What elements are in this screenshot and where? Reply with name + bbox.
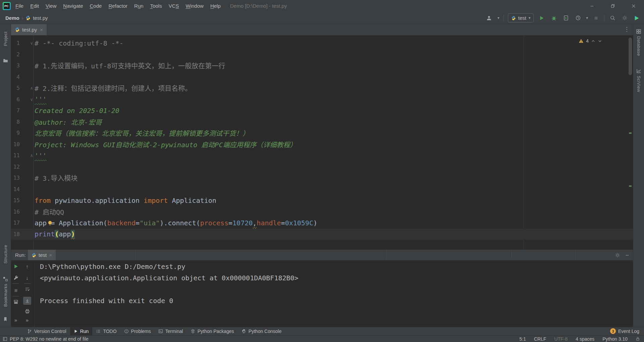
window-restore-button[interactable] xyxy=(602,0,623,12)
expand-toolbar-button[interactable]: » xyxy=(12,316,20,324)
down-the-stack-trace-button[interactable]: ↓ xyxy=(23,274,31,282)
menu-run[interactable]: Run xyxy=(131,0,147,12)
inspections-widget[interactable]: 4 xyxy=(579,38,602,44)
breadcrumb-file[interactable]: test.py xyxy=(33,15,48,21)
event-log-button[interactable]: 3 Event Log xyxy=(610,327,639,335)
indent-style[interactable]: 4 spaces xyxy=(576,336,594,342)
editor-line[interactable]: 11∧''' xyxy=(11,150,633,161)
menu-vcs[interactable]: VCS xyxy=(165,0,182,12)
hide-panel-icon[interactable] xyxy=(625,253,630,258)
lock-icon[interactable] xyxy=(636,337,640,341)
editor-line[interactable]: 12 xyxy=(11,161,633,173)
code-text: from pywinauto.application import Applic… xyxy=(35,196,633,205)
fold-marker-icon[interactable]: ∨ xyxy=(20,41,35,46)
expand-toolbar-button[interactable]: » xyxy=(23,316,31,324)
tab-close-icon[interactable]: × xyxy=(49,252,52,258)
fold-marker-icon[interactable]: ∧ xyxy=(20,86,35,91)
toolwindow-version-control[interactable]: Version Control xyxy=(23,327,70,336)
tool-stripe-sciview[interactable]: SciView xyxy=(633,76,644,92)
breadcrumb: Demo › test.py xyxy=(5,12,48,24)
interpreter[interactable]: Python 3.10 xyxy=(602,336,628,342)
settings-gear-button[interactable] xyxy=(621,14,629,22)
run-settings-wrench-button[interactable] xyxy=(12,274,20,282)
error-stripe-mark[interactable] xyxy=(629,132,632,134)
menu-refactor[interactable]: Refactor xyxy=(105,0,131,12)
toolwindow-todo[interactable]: TODO xyxy=(92,327,120,336)
run-config-select[interactable]: test ▾ xyxy=(508,13,534,22)
line-number: 7 xyxy=(11,107,20,114)
toolwindow-terminal[interactable]: Terminal xyxy=(155,327,187,336)
editor-line[interactable]: 5∧# 2.注释：包括记录创建时间，创建人，项目名称。 xyxy=(11,82,633,94)
editor-line[interactable]: 13# 3.导入模块 xyxy=(11,172,633,184)
toolwindow-python-packages[interactable]: Python Packages xyxy=(187,327,238,336)
run-panel-settings-icon[interactable] xyxy=(615,252,620,258)
intention-bulb-icon[interactable] xyxy=(47,220,53,226)
window-minimize-button[interactable] xyxy=(582,0,602,12)
editor-line[interactable]: 18print(app) xyxy=(11,229,633,240)
scroll-to-end-button[interactable] xyxy=(23,297,31,305)
editor-line[interactable]: 9北京宏哥（微信搜索：北京宏哥，关注宏哥，提前解锁更多测试干货！） xyxy=(11,127,633,139)
soft-wrap-button[interactable] xyxy=(23,285,31,293)
status-message[interactable]: PEP 8: W292 no newline at end of file xyxy=(10,336,89,342)
tool-stripe-structure[interactable]: Structure xyxy=(0,245,11,264)
toolwindow-run[interactable]: Run xyxy=(70,327,93,336)
editor-line[interactable]: 1∨# -*- coding:utf-8 -*- xyxy=(11,38,633,49)
window-close-button[interactable] xyxy=(623,0,644,12)
breadcrumb-project[interactable]: Demo xyxy=(5,15,19,21)
rerun-button[interactable] xyxy=(12,262,20,270)
menu-tools[interactable]: Tools xyxy=(147,0,165,12)
chevron-up-icon[interactable] xyxy=(591,39,595,43)
tab-close-icon[interactable]: × xyxy=(40,27,43,33)
menu-code[interactable]: Code xyxy=(87,0,105,12)
line-number: 18 xyxy=(11,231,20,237)
search-everywhere-button[interactable] xyxy=(608,14,616,22)
code-text: Project: Windows GUI自动化测试-2-pywinauto 启动… xyxy=(35,139,633,149)
code-editor[interactable]: 1∨# -*- coding:utf-8 -*-23# 1.先设置编码，utf-… xyxy=(11,36,633,249)
print-button[interactable] xyxy=(23,307,31,315)
file-encoding[interactable]: UTF-8 xyxy=(554,336,568,342)
run-output[interactable]: D:\Python\python.exe D:/Demo/test.py<pyw… xyxy=(40,261,299,306)
editor-line[interactable]: 8@author: 北京-宏哥 xyxy=(11,116,633,128)
error-stripe-mark[interactable] xyxy=(629,185,632,187)
editor-line[interactable]: 15from pywinauto.application import Appl… xyxy=(11,195,633,206)
menu-view[interactable]: View xyxy=(42,0,60,12)
menu-navigate[interactable]: Navigate xyxy=(60,0,86,12)
debug-button[interactable] xyxy=(550,14,558,22)
editor-line[interactable]: 7Created on 2025-01-20 xyxy=(11,105,633,116)
tab-options-icon[interactable]: ⋮ xyxy=(624,26,630,33)
editor-line[interactable]: 14 xyxy=(11,184,633,195)
tool-stripe-bookmarks[interactable]: Bookmarks xyxy=(0,284,11,307)
chevron-down-icon[interactable] xyxy=(598,39,602,43)
profiler-button[interactable] xyxy=(574,14,582,22)
menu-help[interactable]: Help xyxy=(207,0,224,12)
code-text: ''' xyxy=(35,152,633,160)
toolwindow-problems[interactable]: Problems xyxy=(120,327,155,336)
editor-line[interactable]: 17app = Application(backend="uia").conne… xyxy=(11,217,633,229)
editor-line[interactable]: 16# 启动QQ xyxy=(11,206,633,218)
caret-position[interactable]: 5:1 xyxy=(520,336,526,342)
coverage-button[interactable] xyxy=(562,14,570,22)
menu-edit[interactable]: Edit xyxy=(27,0,42,12)
fold-marker-icon[interactable]: ∧ xyxy=(20,153,35,158)
fold-marker-icon[interactable]: ∨ xyxy=(20,97,35,102)
editor-line[interactable]: 3# 1.先设置编码，utf-8可支持中英文，如上，一般放在第一行 xyxy=(11,60,633,71)
toolwindow-python-console[interactable]: Python Console xyxy=(238,327,285,336)
code-text: 北京宏哥（微信搜索：北京宏哥，关注宏哥，提前解锁更多测试干货！） xyxy=(35,128,633,138)
editor-line[interactable]: 10Project: Windows GUI自动化测试-2-pywinauto … xyxy=(11,139,633,150)
line-separator[interactable]: CRLF xyxy=(534,336,546,342)
menu-file[interactable]: File xyxy=(12,0,27,12)
plugin-icon[interactable] xyxy=(633,14,641,22)
tool-stripe-database[interactable]: Database xyxy=(633,36,644,56)
collaborate-user-icon[interactable] xyxy=(485,14,493,22)
editor-tab[interactable]: test.py × xyxy=(11,24,47,35)
editor-line[interactable]: 2 xyxy=(11,49,633,60)
run-tab[interactable]: test × xyxy=(28,250,56,260)
restore-layout-button[interactable] xyxy=(12,298,20,306)
up-the-stack-trace-button[interactable]: ↑ xyxy=(23,262,31,270)
editor-line[interactable]: 4 xyxy=(11,71,633,83)
editor-scrollbar[interactable] xyxy=(629,38,632,75)
editor-line[interactable]: 6∨''' xyxy=(11,94,633,105)
run-button[interactable] xyxy=(538,14,546,22)
tool-stripe-project[interactable]: Project xyxy=(0,32,11,46)
menu-window[interactable]: Window xyxy=(182,0,207,12)
